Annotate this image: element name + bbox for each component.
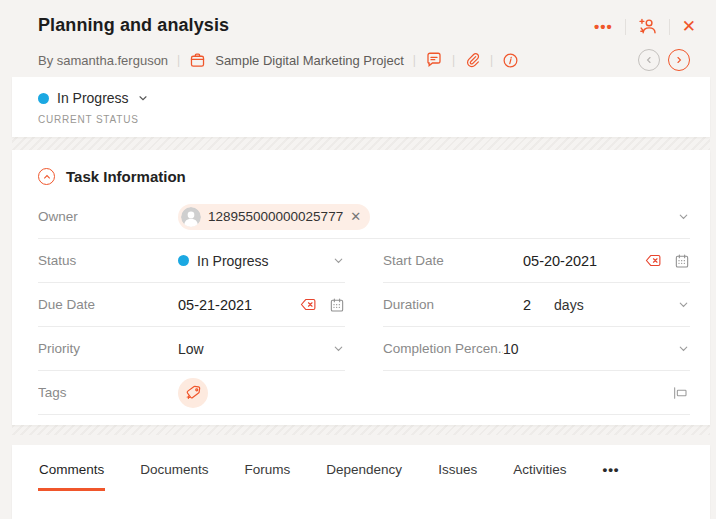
calendar-icon[interactable] xyxy=(329,297,345,313)
tab-comments[interactable]: Comments xyxy=(38,445,105,491)
previous-task-button[interactable] xyxy=(638,49,660,71)
divider xyxy=(669,19,670,35)
divider: | xyxy=(452,53,455,67)
tab-forums[interactable]: Forums xyxy=(244,445,292,491)
owner-label: Owner xyxy=(38,209,178,224)
chevron-down-icon[interactable] xyxy=(677,210,690,223)
owner-value[interactable]: 128955000000025777 ✕ xyxy=(178,204,690,230)
owner-field: Owner 128955000000025777 ✕ xyxy=(38,195,690,239)
priority-label: Priority xyxy=(38,341,178,356)
tab-documents[interactable]: Documents xyxy=(139,445,209,491)
duration-field: Duration 2 days xyxy=(383,283,690,327)
chevron-down-icon[interactable] xyxy=(677,342,690,355)
status-dropdown[interactable]: In Progress xyxy=(38,90,149,106)
project-name[interactable]: Sample Digital Marketing Project xyxy=(215,53,404,68)
more-actions-button[interactable]: ••• xyxy=(594,19,613,34)
add-tag-icon[interactable] xyxy=(178,378,208,408)
card-gap xyxy=(12,425,710,435)
tabs-more-icon[interactable]: ••• xyxy=(601,445,620,491)
due-date-value[interactable]: 05-21-2021 xyxy=(178,297,345,313)
divider xyxy=(625,19,626,35)
attachment-icon[interactable] xyxy=(464,52,481,69)
chevron-down-icon[interactable] xyxy=(332,254,345,267)
header: Planning and analysis ••• ✕ xyxy=(0,0,716,71)
tags-field: Tags xyxy=(38,371,690,415)
avatar xyxy=(181,207,201,227)
completion-label: Completion Percen... xyxy=(383,341,503,356)
project-icon xyxy=(189,52,206,69)
page-title: Planning and analysis xyxy=(38,15,229,36)
clear-date-icon[interactable] xyxy=(300,297,317,312)
status-field-value: In Progress xyxy=(197,253,269,269)
status-value: In Progress xyxy=(57,90,129,106)
start-date-field: Start Date 05-20-2021 xyxy=(383,239,690,283)
divider: | xyxy=(177,53,180,67)
copy-icon[interactable] xyxy=(672,386,688,400)
divider: | xyxy=(490,53,493,67)
task-form: Owner 128955000000025777 ✕ xyxy=(38,195,690,415)
close-icon[interactable]: ✕ xyxy=(682,18,696,35)
tags-label: Tags xyxy=(38,385,178,400)
current-status-label: CURRENT STATUS xyxy=(38,114,684,125)
tab-dependency[interactable]: Dependency xyxy=(325,445,403,491)
due-date-field: Due Date 05-21-2021 xyxy=(38,283,345,327)
collapse-section-icon[interactable] xyxy=(38,168,55,185)
tab-issues[interactable]: Issues xyxy=(437,445,478,491)
remove-owner-icon[interactable]: ✕ xyxy=(350,210,361,223)
task-detail-panel: Planning and analysis ••• ✕ xyxy=(0,0,716,519)
priority-value-dropdown[interactable]: Low xyxy=(178,341,345,357)
next-task-button[interactable] xyxy=(668,49,690,71)
completion-value-dropdown[interactable]: 10 xyxy=(503,341,690,357)
owner-id: 128955000000025777 xyxy=(208,209,343,224)
due-date-label: Due Date xyxy=(38,297,178,312)
duration-value-dropdown[interactable]: 2 days xyxy=(523,297,690,313)
start-date-label: Start Date xyxy=(383,253,523,268)
tags-value xyxy=(178,378,690,408)
status-value-dropdown[interactable]: In Progress xyxy=(178,253,345,269)
priority-field: Priority Low xyxy=(38,327,345,371)
author-text: By samantha.ferguson xyxy=(38,53,168,68)
chevron-down-icon[interactable] xyxy=(332,342,345,355)
comment-icon[interactable] xyxy=(425,51,443,69)
chevron-down-icon xyxy=(137,92,149,104)
byline: By samantha.ferguson | Sample Digital Ma… xyxy=(38,49,696,71)
tabs-bar: Comments Documents Forums Dependency Iss… xyxy=(12,445,710,519)
status-field: Status In Progress xyxy=(38,239,345,283)
duration-number: 2 xyxy=(523,297,531,313)
clear-date-icon[interactable] xyxy=(645,253,662,268)
divider: | xyxy=(413,53,416,67)
current-status-card: In Progress CURRENT STATUS xyxy=(12,77,710,137)
chevron-down-icon[interactable] xyxy=(677,298,690,311)
duration-label: Duration xyxy=(383,297,523,312)
start-date-value[interactable]: 05-20-2021 xyxy=(523,253,690,269)
tab-activities[interactable]: Activities xyxy=(512,445,567,491)
status-dot xyxy=(178,255,189,266)
calendar-icon[interactable] xyxy=(674,253,690,269)
owner-chip: 128955000000025777 ✕ xyxy=(178,204,370,230)
section-title: Task Information xyxy=(66,168,186,185)
status-dot xyxy=(38,93,49,104)
completion-field: Completion Percen... 10 xyxy=(383,327,690,371)
add-follower-icon[interactable] xyxy=(638,17,657,36)
status-label: Status xyxy=(38,253,178,268)
card-gap xyxy=(12,137,710,150)
info-icon[interactable] xyxy=(502,52,519,69)
task-information-card: Task Information Owner 1289 xyxy=(12,150,710,425)
duration-unit: days xyxy=(554,297,584,313)
